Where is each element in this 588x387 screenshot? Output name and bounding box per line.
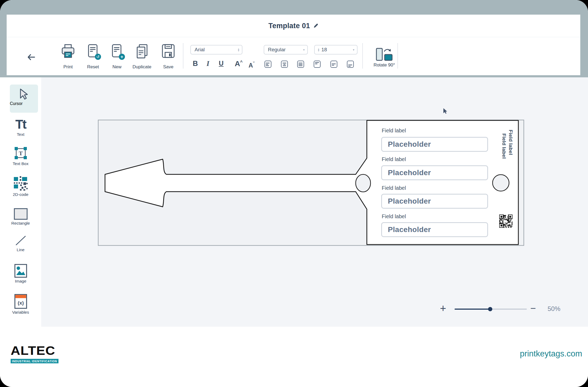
text-icon: Tt	[0, 118, 41, 131]
svg-text:T: T	[19, 150, 23, 157]
stepper-icon: ▴▾	[235, 48, 242, 52]
vertical-field-label[interactable]: Field label	[508, 130, 514, 155]
sidebar-item-label: 2D-code	[0, 192, 41, 197]
tool-sidebar: Cursor Tt Text T Text Box	[0, 77, 41, 327]
field-input[interactable]: Placeholder	[381, 222, 488, 237]
page-title: Template 01	[268, 22, 310, 30]
svg-text:(x): (x)	[18, 300, 24, 306]
line-icon	[15, 235, 27, 246]
stepper-icon: ▴▾	[315, 48, 319, 52]
valign-middle-button[interactable]	[330, 61, 337, 68]
rectangle-icon	[14, 208, 28, 220]
new-button[interactable]: + New	[106, 44, 128, 72]
save-button[interactable]: Save	[157, 44, 180, 72]
italic-button[interactable]: I	[207, 60, 209, 68]
font-size-select[interactable]: ▴▾ 18 ▾	[314, 45, 358, 54]
sidebar-item-variables[interactable]: (x) Variables	[0, 294, 41, 315]
title-bar: Template 01	[7, 15, 580, 37]
field-placeholder: Placeholder	[382, 140, 431, 149]
edit-title-icon[interactable]	[313, 23, 318, 28]
font-decrease-button[interactable]: Aˇ	[249, 61, 254, 69]
sidebar-item-label: Line	[0, 247, 41, 252]
keytag-hole	[356, 174, 371, 192]
back-button[interactable]	[27, 54, 35, 61]
keytag-hole	[493, 175, 509, 191]
bold-button[interactable]: B	[193, 60, 198, 68]
font-increase-button[interactable]: A^	[235, 60, 243, 68]
design-canvas[interactable]: Field label Placeholder Field label Plac…	[41, 77, 588, 327]
field-label[interactable]: Field label	[382, 185, 406, 191]
brand-name: ALTEC	[11, 344, 55, 358]
app-window: Template 01 Print	[0, 0, 588, 387]
vertical-field-label[interactable]: Field label	[501, 133, 507, 159]
field-placeholder: Placeholder	[382, 169, 431, 177]
website-link[interactable]: printkeytags.com	[520, 349, 582, 359]
field-input[interactable]: Placeholder	[381, 137, 488, 152]
align-right-button[interactable]	[297, 61, 304, 68]
chevron-down-icon: ▾	[300, 48, 307, 52]
font-family-value: Arial	[191, 47, 235, 53]
sidebar-item-label: Text	[0, 132, 41, 137]
brand-tagline: INDUSTRIAL IDENTIFICATION	[11, 359, 58, 363]
footer: ALTEC INDUSTRIAL IDENTIFICATION printkey…	[0, 327, 588, 387]
field-input[interactable]: Placeholder	[381, 194, 488, 209]
duplicate-button[interactable]: Duplicate	[131, 44, 153, 72]
font-style-select[interactable]: Regular ▾	[264, 45, 308, 54]
save-label: Save	[157, 64, 180, 70]
sidebar-item-text[interactable]: Tt Text	[0, 118, 41, 137]
zoom-slider-fill	[455, 309, 490, 310]
sidebar-item-2dcode[interactable]: 2D-code	[0, 176, 41, 197]
rotate-90-label: Rotate 90°	[369, 62, 400, 68]
textbox-icon: T	[14, 146, 27, 160]
mouse-cursor-icon	[443, 108, 447, 114]
sidebar-item-rectangle[interactable]: Rectangle	[0, 208, 41, 226]
rotate-90-button[interactable]: Rotate 90°	[369, 48, 400, 68]
toolbar: Print ↺ Reset + New	[7, 37, 580, 75]
chevron-down-icon: ▾	[350, 48, 357, 52]
toolbar-divider	[397, 43, 398, 69]
font-size-value: 18	[319, 47, 350, 53]
valign-bottom-button[interactable]	[347, 61, 354, 68]
qr-code[interactable]	[499, 214, 513, 228]
new-badge-icon: +	[119, 54, 125, 60]
sidebar-item-label: Variables	[0, 310, 41, 315]
zoom-slider-thumb[interactable]	[488, 307, 492, 311]
sidebar-item-cursor[interactable]: Cursor	[10, 85, 38, 113]
duplicate-label: Duplicate	[131, 64, 153, 70]
zoom-control: + − 50%	[440, 303, 557, 313]
valign-top-button[interactable]	[314, 61, 321, 68]
zoom-out-button[interactable]: −	[530, 302, 536, 314]
print-label: Print	[57, 64, 79, 70]
variables-icon: (x)	[14, 294, 27, 309]
field-label[interactable]: Field label	[382, 128, 406, 134]
sidebar-item-label: Image	[0, 279, 41, 284]
font-style-value: Regular	[264, 47, 300, 53]
sidebar-item-label: Rectangle	[0, 221, 41, 226]
font-family-select[interactable]: Arial ▴▾	[190, 45, 242, 54]
align-left-button[interactable]	[264, 61, 271, 68]
new-label: New	[106, 64, 128, 70]
reset-badge-icon: ↺	[95, 54, 101, 60]
field-label[interactable]: Field label	[382, 213, 406, 220]
toolbar-divider	[362, 43, 363, 69]
underline-button[interactable]: U	[219, 60, 224, 67]
sidebar-item-line[interactable]: Line	[0, 235, 41, 252]
image-icon	[14, 264, 27, 278]
qr-tool-icon	[13, 176, 28, 191]
sidebar-item-label: Text Box	[0, 161, 41, 166]
sidebar-item-label: Cursor	[10, 101, 38, 106]
zoom-slider[interactable]	[455, 309, 527, 310]
zoom-level: 50%	[548, 305, 560, 313]
sidebar-item-textbox[interactable]: T Text Box	[0, 146, 41, 166]
field-label[interactable]: Field label	[382, 156, 406, 162]
print-button[interactable]: Print	[57, 44, 79, 72]
toolbar-divider	[183, 43, 183, 69]
field-placeholder: Placeholder	[382, 197, 431, 205]
reset-label: Reset	[82, 64, 104, 70]
field-placeholder: Placeholder	[382, 225, 431, 234]
sidebar-item-image[interactable]: Image	[0, 264, 41, 284]
zoom-in-button[interactable]: +	[440, 302, 446, 314]
align-center-button[interactable]	[281, 61, 288, 68]
reset-button[interactable]: ↺ Reset	[82, 44, 104, 72]
field-input[interactable]: Placeholder	[381, 165, 488, 180]
